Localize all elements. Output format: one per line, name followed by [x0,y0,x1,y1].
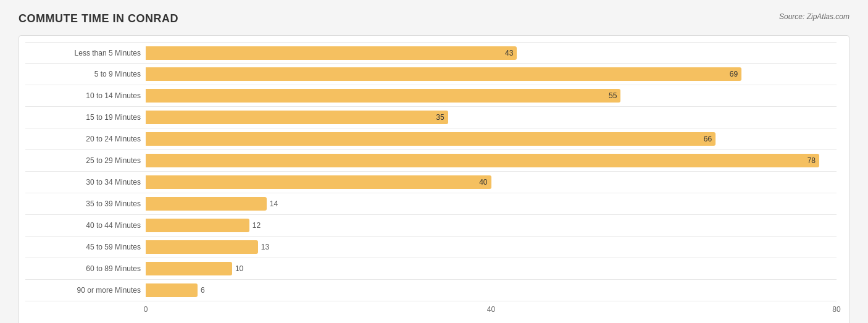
bar-value: 66 [704,135,712,143]
bar-label: 15 to 19 Minutes [25,113,146,122]
bar-row: 5 to 9 Minutes69 [25,64,837,85]
x-axis: 04080 [146,305,837,317]
bar-label: 25 to 29 Minutes [25,156,146,165]
chart-area: Less than 5 Minutes435 to 9 Minutes6910 … [19,35,849,323]
bar-label: 45 to 59 Minutes [25,243,146,251]
bar-value: 14 [270,199,278,208]
bar-row: 20 to 24 Minutes66 [25,128,837,150]
bar-track: 66 [146,132,837,146]
bar-fill [146,262,232,275]
bar-value: 12 [252,221,261,230]
bar-row: Less than 5 Minutes43 [25,42,837,64]
bar-value: 6 [201,286,205,295]
bar-fill: 69 [146,67,741,81]
bar-row: 15 to 19 Minutes35 [25,107,837,128]
x-axis-tick: 80 [832,305,840,314]
bar-value: 40 [479,178,487,187]
bar-track: 55 [146,89,837,103]
bar-value: 55 [609,91,617,100]
bar-track: 78 [146,154,837,167]
bar-row: 40 to 44 Minutes12 [25,215,837,237]
bar-label: Less than 5 Minutes [25,49,146,57]
bar-label: 20 to 24 Minutes [25,135,146,143]
bar-label: 40 to 44 Minutes [25,221,146,230]
bar-row: 10 to 14 Minutes55 [25,85,837,107]
chart-container: COMMUTE TIME IN CONRAD Source: ZipAtlas.… [19,12,849,323]
bar-fill [146,197,267,211]
bar-row: 90 or more Minutes6 [25,280,837,301]
bar-track: 13 [146,240,837,254]
bar-fill: 66 [146,132,716,146]
bar-track: 6 [146,283,837,297]
chart-header: COMMUTE TIME IN CONRAD Source: ZipAtlas.… [19,12,849,25]
bar-fill: 55 [146,89,620,103]
bar-value: 43 [505,49,513,57]
bar-track: 14 [146,197,837,211]
bar-label: 5 to 9 Minutes [25,70,146,78]
bar-fill [146,240,258,254]
bar-row: 45 to 59 Minutes13 [25,237,837,258]
bar-row: 25 to 29 Minutes78 [25,150,837,172]
bar-value: 35 [436,113,444,122]
x-axis-tick: 40 [487,305,495,314]
chart-title: COMMUTE TIME IN CONRAD [19,12,178,25]
bar-value: 78 [807,156,816,165]
bar-row: 60 to 89 Minutes10 [25,258,837,280]
bar-track: 69 [146,67,837,81]
bar-row: 30 to 34 Minutes40 [25,172,837,193]
bar-label: 30 to 34 Minutes [25,178,146,187]
x-axis-tick: 0 [144,305,148,314]
bar-track: 12 [146,219,837,232]
bar-label: 60 to 89 Minutes [25,264,146,273]
bar-track: 40 [146,175,837,189]
bar-row: 35 to 39 Minutes14 [25,193,837,215]
bar-label: 10 to 14 Minutes [25,91,146,100]
chart-source: Source: ZipAtlas.com [779,12,849,21]
bar-value: 69 [730,70,738,78]
bar-fill: 35 [146,111,448,124]
bar-label: 90 or more Minutes [25,286,146,295]
bar-value: 10 [235,264,243,273]
bar-fill: 78 [146,154,819,167]
bar-value: 13 [261,243,269,251]
bar-track: 35 [146,111,837,124]
bar-label: 35 to 39 Minutes [25,199,146,208]
bar-fill [146,219,249,232]
bar-fill: 40 [146,175,491,189]
bar-fill: 43 [146,46,517,60]
bar-fill [146,283,198,297]
bar-track: 43 [146,46,837,60]
bar-track: 10 [146,262,837,275]
